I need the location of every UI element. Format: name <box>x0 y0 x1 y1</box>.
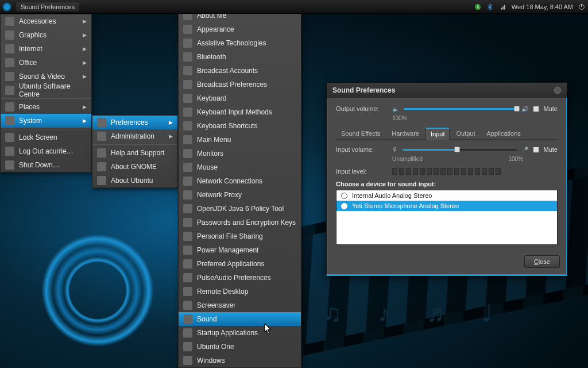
menu-item-label: Network Proxy <box>197 191 242 199</box>
update-icon[interactable] <box>474 3 482 11</box>
menu-item-label: Passwords and Encryption Keys <box>197 218 296 227</box>
preferences-menu-item-assistive-technologies[interactable]: Assistive Technologies <box>179 36 301 50</box>
output-volume-slider[interactable] <box>404 105 517 113</box>
menu-item-label: Administration <box>111 132 154 140</box>
main-menu-item-shut-down[interactable]: Shut Down… <box>1 158 91 172</box>
input-device-row[interactable]: Internal Audio Analog Stereo <box>336 190 557 201</box>
app-icon <box>183 287 192 296</box>
main-menu-item-ubuntu-software-centre[interactable]: Ubuntu Software Centre <box>1 83 91 97</box>
svg-rect-2 <box>581 3 582 6</box>
preferences-menu-item-keyboard-input-methods[interactable]: Keyboard Input Methods <box>179 105 301 119</box>
input-volume-slider[interactable] <box>403 145 517 154</box>
preferences-menu-item-preferred-applications[interactable]: Preferred Applications <box>179 257 301 271</box>
main-menu-item-lock-screen[interactable]: Lock Screen <box>1 131 91 144</box>
output-mute-label: Mute <box>544 105 558 112</box>
output-mute-checkbox[interactable] <box>533 106 539 112</box>
preferences-menu-item-screensaver[interactable]: Screensaver <box>179 298 301 312</box>
main-menu-item-internet[interactable]: Internet▶ <box>1 42 91 56</box>
menu-item-label: Sound <box>197 315 217 323</box>
app-icon <box>5 102 14 112</box>
app-icon <box>5 44 14 53</box>
system-submenu: Preferences▶Administration▶Help and Supp… <box>92 115 178 188</box>
input-device-row[interactable]: Yeti Stereo Microphone Analog Stereo <box>336 201 557 211</box>
bluetooth-icon[interactable] <box>486 3 494 11</box>
menu-item-label: Preferred Applications <box>197 260 264 268</box>
dialog-title: Sound Preferences <box>332 86 395 94</box>
preferences-menu-item-ubuntu-one[interactable]: Ubuntu One <box>179 340 301 354</box>
dialog-titlebar[interactable]: Sound Preferences <box>327 83 567 98</box>
preferences-menu-item-keyboard-shortcuts[interactable]: Keyboard Shortcuts <box>179 119 301 133</box>
main-menu-item-places[interactable]: Places▶ <box>1 100 91 114</box>
tab-input[interactable]: Input <box>425 128 450 140</box>
system-menu-item-about-gnome[interactable]: About GNOME <box>92 160 177 174</box>
preferences-menu-item-remote-desktop[interactable]: Remote Desktop <box>179 285 301 298</box>
chevron-right-icon: ▶ <box>83 46 87 52</box>
menu-item-label: Remote Desktop <box>197 288 248 296</box>
app-icon <box>183 273 192 282</box>
preferences-menu-item-monitors[interactable]: Monitors <box>179 147 301 160</box>
distro-logo-icon[interactable] <box>2 2 11 12</box>
preferences-menu-item-startup-applications[interactable]: Startup Applications <box>179 326 301 340</box>
close-button[interactable]: Close <box>524 255 560 268</box>
menu-item-label: Monitors <box>197 150 223 158</box>
menu-item-label: OpenJDK Java 6 Policy Tool <box>197 205 284 213</box>
tab-sound-effects[interactable]: Sound Effects <box>336 127 385 139</box>
mic-high-icon: 🎤 <box>521 147 528 153</box>
system-menu-item-help-and-support[interactable]: Help and Support <box>92 146 177 160</box>
app-icon <box>183 108 192 117</box>
menu-item-label: Windows <box>197 356 225 365</box>
tab-hardware[interactable]: Hardware <box>386 127 424 139</box>
wallpaper-ring-logo <box>32 224 164 356</box>
clock[interactable]: Wed 18 May, 8:40 AM <box>512 3 573 10</box>
preferences-menu-item-sound[interactable]: Sound <box>179 312 301 326</box>
input-mute-checkbox[interactable] <box>533 147 539 153</box>
system-menu-item-preferences[interactable]: Preferences▶ <box>92 116 177 129</box>
app-icon <box>5 160 14 170</box>
preferences-menu-item-network-connections[interactable]: Network Connections <box>179 174 301 188</box>
system-menu-item-about-ubuntu[interactable]: About Ubuntu <box>92 174 177 187</box>
preferences-menu-item-pulseaudio-preferences[interactable]: PulseAudio Preferences <box>179 271 301 285</box>
session-icon[interactable] <box>578 3 586 11</box>
close-icon[interactable] <box>554 87 561 94</box>
preferences-menu-item-main-menu[interactable]: Main Menu <box>179 133 301 147</box>
input-100pct-mark: 100% <box>508 156 523 162</box>
app-icon <box>5 147 14 156</box>
main-menu-item-graphics[interactable]: Graphics▶ <box>1 28 91 42</box>
system-menu-item-administration[interactable]: Administration▶ <box>92 129 177 143</box>
preferences-menu-item-mouse[interactable]: Mouse <box>179 160 301 174</box>
main-menu-item-accessories[interactable]: Accessories▶ <box>1 14 91 28</box>
menu-item-label: Screensaver <box>197 301 235 309</box>
chevron-right-icon: ▶ <box>83 118 87 124</box>
device-name: Internal Audio Analog Stereo <box>352 192 432 199</box>
preferences-menu-item-network-proxy[interactable]: Network Proxy <box>179 188 301 202</box>
preferences-menu-item-broadcast-preferences[interactable]: Broadcast Preferences <box>179 78 301 91</box>
preferences-menu-item-openjdk-java-6-policy-tool[interactable]: OpenJDK Java 6 Policy Tool <box>179 202 301 216</box>
preferences-menu-item-bluetooth[interactable]: Bluetooth <box>179 50 301 64</box>
main-menu-item-system[interactable]: System▶ <box>1 114 91 128</box>
main-menu-item-log-out-acurrie[interactable]: Log Out acurrie… <box>1 144 91 158</box>
menu-item-label: Appearance <box>197 25 234 33</box>
app-icon <box>183 25 192 34</box>
active-app-title[interactable]: Sound Preferences <box>16 2 79 12</box>
preferences-menu-item-power-management[interactable]: Power Management <box>179 243 301 257</box>
preferences-menu-item-appearance[interactable]: Appearance <box>179 22 301 36</box>
menu-item-label: Broadcast Accounts <box>197 67 258 75</box>
app-icon <box>5 17 14 26</box>
preferences-menu-item-passwords-and-encryption-keys[interactable]: Passwords and Encryption Keys <box>179 216 301 229</box>
sound-preferences-dialog: Sound Preferences Output volume: 🔈 🔊 Mut… <box>326 82 567 276</box>
main-menu-item-office[interactable]: Office▶ <box>1 56 91 70</box>
preferences-menu-item-windows[interactable]: Windows <box>179 354 301 367</box>
preferences-menu-item-personal-file-sharing[interactable]: Personal File Sharing <box>179 229 301 243</box>
input-level-label: Input level: <box>336 168 388 175</box>
main-menu-item-sound-video[interactable]: Sound & Video▶ <box>1 70 91 83</box>
input-level-meter <box>392 168 501 175</box>
menu-item-label: Office <box>19 59 37 67</box>
tab-output[interactable]: Output <box>451 127 480 139</box>
menu-item-label: Main Menu <box>197 136 231 144</box>
app-icon <box>183 259 192 269</box>
tab-applications[interactable]: Applications <box>481 127 525 139</box>
preferences-menu-item-keyboard[interactable]: Keyboard <box>179 91 301 105</box>
preferences-menu-item-broadcast-accounts[interactable]: Broadcast Accounts <box>179 64 301 78</box>
network-icon[interactable] <box>499 3 507 11</box>
chevron-right-icon: ▶ <box>83 32 87 38</box>
